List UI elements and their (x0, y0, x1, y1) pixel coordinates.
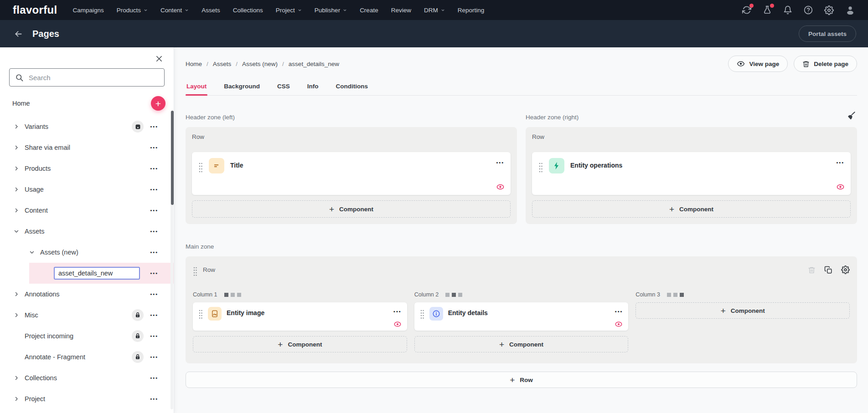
item-menu-button[interactable]: ••• (150, 312, 158, 318)
sidebar-scrollbar-thumb[interactable] (171, 111, 174, 205)
item-menu-button[interactable]: ••• (150, 375, 158, 381)
breadcrumb-item[interactable]: asset_details_new (278, 61, 339, 67)
add-component-button[interactable]: + Component (532, 200, 851, 218)
delete-row-icon[interactable] (808, 266, 816, 274)
portal-assets-button[interactable]: Portal assets (799, 25, 856, 42)
component-card-title[interactable]: Title ••• (192, 152, 511, 195)
nav-item[interactable]: Project (276, 7, 302, 14)
settings-icon[interactable] (824, 5, 834, 15)
nav-item[interactable]: Review (391, 7, 411, 14)
chevron-right-icon[interactable] (12, 396, 21, 402)
tree-item[interactable]: asset_details_new asset_details_new ••• (29, 263, 174, 284)
tree-item[interactable]: Content Content ••• (0, 200, 174, 221)
item-menu-button[interactable]: ••• (150, 396, 158, 402)
visibility-eye-icon[interactable] (393, 320, 402, 328)
breadcrumb-item[interactable]: Home (186, 61, 202, 67)
close-icon[interactable] (155, 55, 163, 63)
tree-item[interactable]: Variants Variants ••• (0, 116, 174, 137)
nav-item[interactable]: Create (360, 7, 378, 14)
tree-item[interactable]: Annotations Annotations ••• (0, 284, 174, 305)
sync-icon[interactable] (742, 5, 751, 15)
tree-item[interactable]: Share via email Share via email ••• (0, 137, 174, 158)
tree-item[interactable]: Usage Usage ••• (0, 179, 174, 200)
tree-item[interactable]: Assets Assets ••• (0, 221, 174, 242)
add-component-button[interactable]: + Component (636, 302, 850, 319)
add-row-button[interactable]: + Row (186, 372, 857, 388)
row-settings-icon[interactable] (841, 265, 850, 274)
tab[interactable]: Conditions (335, 77, 369, 95)
avatar-icon[interactable] (845, 5, 855, 15)
item-menu-button[interactable]: ••• (150, 208, 158, 213)
search-input[interactable] (29, 74, 159, 82)
home-label[interactable]: Home (12, 100, 30, 107)
visibility-eye-icon[interactable] (615, 320, 623, 328)
view-page-button[interactable]: View page (728, 56, 788, 72)
tree-item[interactable]: Content Ops Content Ops ••• (0, 409, 174, 413)
chevron-right-icon[interactable] (12, 375, 21, 381)
back-button[interactable] (14, 29, 23, 39)
chevron-right-icon[interactable] (12, 312, 21, 318)
drag-handle-icon[interactable] (198, 161, 203, 174)
item-menu-button[interactable]: ••• (150, 166, 158, 171)
add-component-button[interactable]: + Component (414, 336, 629, 352)
add-component-button[interactable]: + Component (192, 200, 511, 218)
chevron-right-icon[interactable] (12, 124, 21, 129)
tree-item[interactable]: Products Products ••• (0, 158, 174, 179)
item-menu-button[interactable]: ••• (150, 333, 158, 339)
component-menu-button[interactable]: ••• (615, 309, 623, 314)
breadcrumb-item[interactable]: Assets (new) (231, 61, 278, 67)
add-component-button[interactable]: + Component (193, 336, 407, 352)
nav-item[interactable]: Products (117, 7, 148, 14)
tree-item[interactable]: Annotate - Fragment Annotate - Fragment (0, 347, 174, 367)
chevron-right-icon[interactable] (12, 229, 21, 234)
item-menu-button[interactable]: ••• (150, 291, 158, 297)
tree-item[interactable]: Assets (new) Assets (new) ••• (0, 242, 174, 263)
help-icon[interactable] (804, 5, 813, 15)
drag-handle-icon[interactable] (420, 309, 424, 320)
item-menu-button[interactable]: ••• (150, 270, 158, 276)
broom-icon[interactable] (846, 111, 856, 121)
tab[interactable]: Info (306, 77, 320, 95)
bell-icon[interactable] (783, 5, 792, 15)
nav-item[interactable]: Reporting (458, 7, 485, 14)
tree-item[interactable]: Misc Misc ••• (0, 305, 174, 326)
tree-item[interactable]: Project Project ••• (0, 388, 174, 409)
chevron-right-icon[interactable] (12, 187, 21, 192)
item-menu-button[interactable]: ••• (150, 187, 158, 192)
nav-item[interactable]: Collections (233, 7, 263, 14)
chevron-right-icon[interactable] (12, 166, 21, 171)
item-menu-button[interactable]: ••• (150, 145, 158, 150)
nav-item[interactable]: Content (160, 7, 189, 14)
duplicate-row-icon[interactable] (824, 266, 832, 274)
nav-item[interactable]: Campaigns (72, 7, 103, 14)
tab[interactable]: Layout (186, 77, 207, 95)
chevron-right-icon[interactable] (12, 145, 21, 150)
nav-item[interactable]: Assets (202, 7, 220, 14)
item-menu-button[interactable]: ••• (150, 229, 158, 234)
component-card-entity-operations[interactable]: Entity operations ••• (532, 152, 851, 195)
component-card-entity-details[interactable]: Entity details ••• (414, 302, 629, 331)
visibility-eye-icon[interactable] (836, 183, 845, 191)
component-card-entity-image[interactable]: Entity image ••• (193, 302, 407, 331)
drag-handle-icon[interactable] (198, 309, 203, 320)
tab[interactable]: CSS (276, 77, 291, 95)
drag-handle-icon[interactable] (538, 161, 543, 174)
item-menu-button[interactable]: ••• (150, 250, 158, 255)
flask-icon[interactable] (763, 5, 772, 15)
breadcrumb-item[interactable]: Assets (202, 61, 231, 67)
tree-item[interactable]: Collections Collections ••• (0, 367, 174, 388)
tree-item-name-input[interactable]: asset_details_new (54, 267, 140, 280)
component-menu-button[interactable]: ••• (836, 160, 844, 165)
item-menu-button[interactable]: ••• (150, 354, 158, 360)
add-page-button[interactable]: + (151, 96, 165, 111)
visibility-eye-icon[interactable] (496, 183, 505, 191)
chevron-right-icon[interactable] (12, 208, 21, 213)
delete-page-button[interactable]: Delete page (794, 56, 857, 72)
drag-handle-icon[interactable] (193, 266, 197, 277)
component-menu-button[interactable]: ••• (393, 309, 402, 314)
nav-item[interactable]: DRM (424, 7, 445, 14)
component-menu-button[interactable]: ••• (496, 160, 504, 165)
tree-item[interactable]: Project incoming Project incoming ••• (0, 326, 174, 347)
chevron-right-icon[interactable] (12, 291, 21, 297)
tab[interactable]: Background (223, 77, 261, 95)
